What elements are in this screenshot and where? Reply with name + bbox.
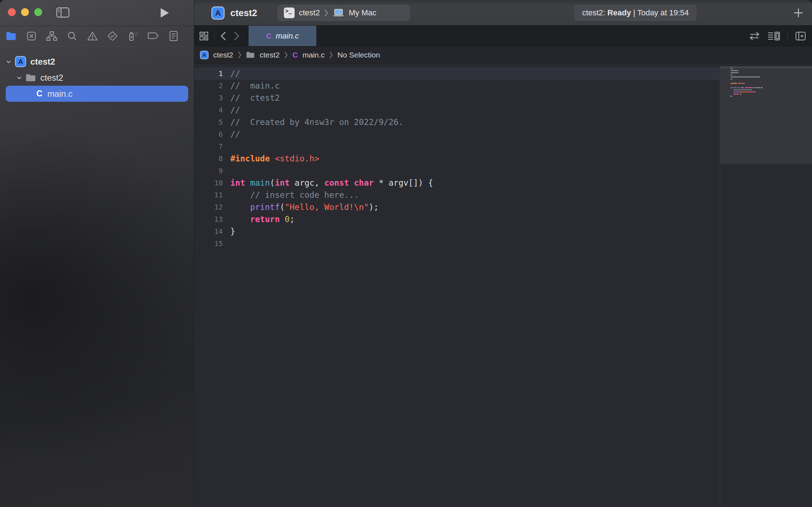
line-number[interactable]: 1: [194, 69, 223, 78]
line-number[interactable]: 11: [194, 191, 223, 199]
minimap-line-bar: [738, 83, 745, 84]
line-number[interactable]: 8: [194, 154, 223, 163]
code-text[interactable]: return 0;: [230, 215, 295, 224]
code-line: 1//: [194, 67, 720, 80]
minimap-line-bar: [741, 87, 744, 88]
jumpbar-selection[interactable]: No Selection: [337, 51, 380, 59]
activity-status: ctest2: Ready | Today at 19:54: [574, 5, 697, 21]
issue-navigator-icon[interactable]: [86, 30, 99, 42]
minimap-viewport[interactable]: [720, 66, 812, 164]
sidebar-divider[interactable]: [194, 0, 194, 507]
project-navigator-folder-icon[interactable]: [5, 30, 17, 42]
chevron-right-icon: [324, 9, 328, 17]
disclosure-chevron-icon[interactable]: [16, 75, 22, 81]
minimap-line-bar: [731, 87, 733, 88]
code-text[interactable]: // Created by 4nsw3r on 2022/9/26.: [230, 117, 404, 127]
code-review-icon[interactable]: [749, 31, 760, 41]
svg-text:A: A: [18, 58, 23, 65]
divider: [787, 31, 788, 41]
source-editor[interactable]: 1//2// main.c3// ctest24//5// Created by…: [194, 64, 720, 507]
tree-item-group-ctest2[interactable]: ctest2: [0, 70, 194, 86]
minimap-line-bar: [753, 87, 755, 88]
editor-options-icon[interactable]: [767, 31, 780, 41]
minimap-line-bar: [740, 94, 741, 95]
run-button[interactable]: [159, 7, 170, 19]
jump-bar: A ctest2 ctest2 C main.c No Selection: [194, 46, 812, 64]
test-navigator-icon[interactable]: [106, 30, 119, 42]
code-text[interactable]: }: [230, 227, 235, 236]
line-number[interactable]: 15: [194, 239, 223, 248]
code-text[interactable]: // main.c: [230, 81, 280, 90]
minimap-line-bar: [731, 76, 760, 77]
code-text[interactable]: //: [230, 105, 240, 115]
line-number[interactable]: 12: [194, 203, 223, 211]
tree-item-file-main-c[interactable]: C main.c: [6, 86, 188, 102]
zoom-window-button[interactable]: [34, 8, 42, 16]
line-number[interactable]: 13: [194, 215, 223, 224]
xcode-window: A ctest2 ctest2 C main.c A: [0, 0, 812, 507]
minimap-line-bar: [731, 72, 738, 73]
code-text[interactable]: int main(int argc, const char * argv[]) …: [230, 178, 433, 187]
code-line: 15: [194, 237, 720, 250]
laptop-icon: [332, 9, 345, 17]
code-text[interactable]: //: [230, 130, 240, 139]
line-number[interactable]: 14: [194, 227, 223, 236]
symbol-navigator-icon[interactable]: [46, 30, 58, 42]
tree-item-label: ctest2: [40, 73, 63, 83]
find-navigator-icon[interactable]: [66, 30, 78, 42]
line-number[interactable]: 7: [194, 142, 223, 151]
sidebar-toggle-icon[interactable]: [56, 6, 70, 19]
folder-icon: [246, 51, 255, 59]
line-number[interactable]: 2: [194, 81, 223, 90]
close-window-button[interactable]: [8, 8, 16, 16]
project-app-icon: A: [200, 51, 209, 59]
code-text[interactable]: printf("Hello, World!\n");: [230, 202, 379, 212]
jumpbar-file[interactable]: main.c: [302, 51, 325, 59]
minimap-column[interactable]: [720, 64, 812, 507]
back-button-icon[interactable]: [220, 31, 227, 41]
line-number[interactable]: 5: [194, 118, 223, 126]
project-app-icon: A: [211, 6, 225, 20]
svg-text:A: A: [202, 52, 206, 58]
navigator-bar: [0, 26, 194, 46]
sidebar-titlebar: [0, 0, 194, 26]
code-text[interactable]: #include <stdio.h>: [230, 154, 319, 163]
scheme-selector[interactable]: >_ ctest2 My Mac: [277, 5, 410, 21]
report-navigator-icon[interactable]: [167, 30, 180, 42]
minimap-line-bar: [731, 70, 738, 71]
jumpbar-group[interactable]: ctest2: [260, 51, 280, 59]
jumpbar-project[interactable]: ctest2: [213, 51, 233, 59]
line-number[interactable]: 9: [194, 166, 223, 175]
chevron-right-icon: [284, 51, 288, 59]
code-line: 6//: [194, 128, 720, 140]
debug-navigator-icon[interactable]: [127, 30, 139, 42]
scheme-name[interactable]: ctest2: [299, 8, 320, 17]
code-line: 10int main(int argc, const char * argv[]…: [194, 177, 720, 189]
code-text[interactable]: // ctest2: [230, 93, 280, 102]
minimap-current-line: [720, 66, 812, 68]
code-lines[interactable]: 1//2// main.c3// ctest24//5// Created by…: [194, 64, 720, 250]
line-number[interactable]: 3: [194, 94, 223, 102]
disclosure-chevron-icon[interactable]: [6, 59, 11, 65]
related-items-icon[interactable]: [199, 31, 209, 41]
line-number[interactable]: 10: [194, 179, 223, 187]
source-control-navigator-icon[interactable]: [25, 30, 37, 42]
code-text[interactable]: //: [230, 69, 240, 78]
tab-bar: C main.c: [194, 26, 812, 46]
minimize-window-button[interactable]: [21, 8, 29, 16]
window-title: ctest2: [230, 7, 257, 19]
add-editor-icon[interactable]: [795, 31, 806, 41]
run-destination[interactable]: My Mac: [349, 8, 376, 17]
minimap-line-bar: [755, 87, 761, 88]
add-button[interactable]: [793, 7, 804, 19]
line-number[interactable]: 4: [194, 106, 223, 114]
tree-item-project-ctest2[interactable]: A ctest2: [0, 54, 194, 70]
code-text[interactable]: // insert code here...: [230, 190, 359, 200]
forward-button-icon[interactable]: [232, 31, 240, 41]
minimap-line-bar: [733, 91, 739, 92]
command-line-tool-icon: >_: [284, 7, 295, 18]
code-line: 9: [194, 165, 720, 177]
line-number[interactable]: 6: [194, 130, 223, 139]
breakpoint-navigator-icon[interactable]: [147, 30, 159, 42]
tab-main-c[interactable]: C main.c: [248, 26, 317, 46]
